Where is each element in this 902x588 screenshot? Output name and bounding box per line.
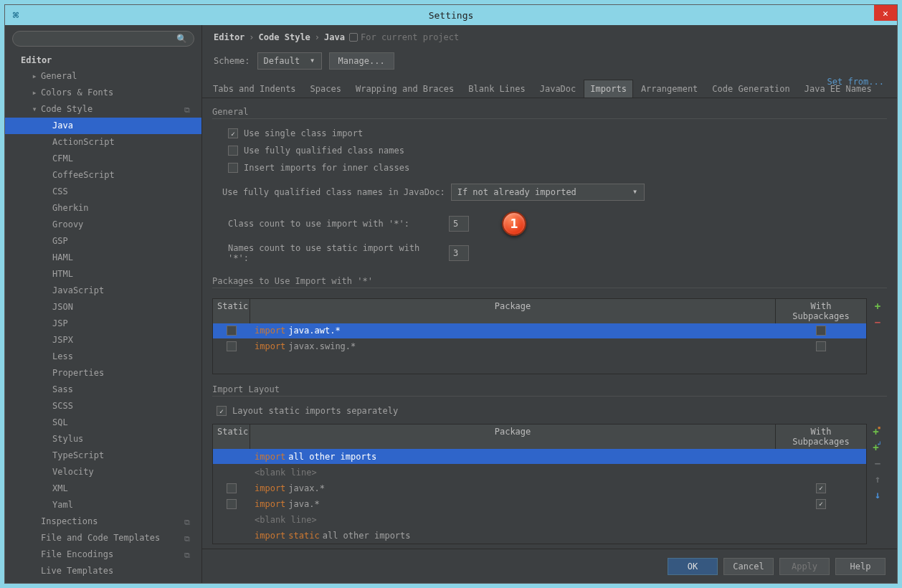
table-row[interactable]: import java.* — [213, 496, 866, 512]
app-logo-icon: ⌘ — [9, 9, 22, 22]
col-static: Static — [213, 299, 250, 323]
subpackages-checkbox[interactable] — [816, 499, 826, 509]
layout-table[interactable]: Static Package With Subpackages import a… — [212, 424, 867, 544]
subpackages-checkbox[interactable] — [816, 341, 826, 351]
sidebar-item-colors-fonts[interactable]: ▸Colors & Fonts — [5, 85, 201, 101]
ok-button[interactable]: OK — [668, 558, 718, 575]
sidebar-item-haml[interactable]: HAML — [5, 250, 201, 266]
add-package-button[interactable]: + — [871, 300, 884, 313]
sidebar-item-inspections[interactable]: Inspections⧉ — [5, 513, 201, 530]
sidebar-item-code-style[interactable]: ▾Code Style⧉ — [5, 101, 201, 118]
project-scope-icon: ⧉ — [184, 516, 190, 529]
tab-arrangement[interactable]: Arrangement — [635, 80, 704, 98]
sidebar-item-cfml[interactable]: CFML — [5, 151, 201, 167]
tab-javadoc[interactable]: JavaDoc — [533, 80, 583, 98]
sidebar-item-actionscript[interactable]: ActionScript — [5, 134, 201, 151]
sidebar-item-file-types[interactable]: File Types — [5, 579, 201, 583]
sidebar-item-stylus[interactable]: Stylus — [5, 431, 201, 447]
search-input[interactable] — [12, 31, 194, 47]
imports-pane: General Use single class import Use full… — [202, 98, 897, 549]
sidebar-item-gsp[interactable]: GSP — [5, 233, 201, 250]
sidebar-item-file-and-code-templates[interactable]: File and Code Templates⧉ — [5, 530, 201, 546]
table-row[interactable]: import all other imports — [213, 449, 866, 465]
settings-tree[interactable]: Editor ▸General▸Colors & Fonts▾Code Styl… — [5, 52, 201, 583]
label-layout-static-separately: Layout static imports separately — [232, 406, 398, 416]
sidebar-item-properties[interactable]: Properties — [5, 365, 201, 381]
apply-button[interactable]: Apply — [779, 558, 830, 575]
label-single-class-import: Use single class import — [244, 128, 363, 138]
class-count-field[interactable] — [449, 216, 469, 232]
sidebar-item-jspx[interactable]: JSPX — [5, 332, 201, 348]
manage-button[interactable]: Manage... — [329, 52, 394, 70]
help-button[interactable]: Help — [835, 558, 886, 575]
checkbox-fqcn[interactable] — [228, 146, 238, 156]
checkbox-layout-static-separately[interactable] — [217, 406, 227, 416]
remove-package-button[interactable]: − — [871, 316, 884, 328]
sidebar-item-less[interactable]: Less — [5, 348, 201, 365]
static-checkbox[interactable] — [227, 499, 237, 509]
checkbox-single-class-import[interactable] — [228, 128, 238, 138]
sidebar-item-yaml[interactable]: Yaml — [5, 497, 201, 513]
move-up-button[interactable]: ↑ — [871, 473, 884, 485]
sidebar-item-css[interactable]: CSS — [5, 184, 201, 200]
label-fqcn-javadoc: Use fully qualified class names in JavaD… — [222, 187, 445, 197]
sidebar-item-html[interactable]: HTML — [5, 266, 201, 283]
sidebar-item-live-templates[interactable]: Live Templates — [5, 563, 201, 579]
add-blank-line-button[interactable]: +↲ — [871, 441, 884, 454]
label-inner-classes: Insert imports for inner classes — [244, 163, 409, 173]
col-subpackages: With Subpackages — [776, 299, 866, 323]
tab-wrapping-and-braces[interactable]: Wrapping and Braces — [349, 80, 460, 98]
subpackages-checkbox[interactable] — [816, 326, 826, 336]
sidebar-item-xml[interactable]: XML — [5, 480, 201, 497]
remove-layout-button[interactable]: − — [871, 457, 884, 470]
tree-arrow-icon: ▸ — [31, 70, 38, 83]
tab-code-generation[interactable]: Code Generation — [706, 80, 796, 98]
table-row[interactable]: <blank line> — [213, 512, 866, 528]
static-checkbox[interactable] — [227, 326, 237, 336]
fqcn-javadoc-select[interactable]: If not already imported ▾ — [451, 184, 645, 201]
sidebar-item-scss[interactable]: SCSS — [5, 398, 201, 414]
sidebar-item-jsp[interactable]: JSP — [5, 316, 201, 332]
titlebar: ⌘ Settings ✕ — [5, 5, 897, 25]
sidebar-item-typescript[interactable]: TypeScript — [5, 447, 201, 464]
section-packages: Packages to Use Import with '*' — [212, 273, 887, 288]
checkbox-inner-classes[interactable] — [228, 163, 238, 173]
sidebar-item-groovy[interactable]: Groovy — [5, 217, 201, 233]
sidebar-item-coffeescript[interactable]: CoffeeScript — [5, 167, 201, 184]
chevron-down-icon: ▾ — [630, 186, 641, 198]
static-checkbox[interactable] — [227, 341, 237, 351]
add-layout-button[interactable]: +▪ — [871, 425, 884, 438]
table-row[interactable]: import static all other imports — [213, 528, 866, 544]
sidebar-item-sql[interactable]: SQL — [5, 414, 201, 431]
table-row[interactable]: import java.awt.* — [213, 323, 866, 339]
cancel-button[interactable]: Cancel — [723, 558, 774, 575]
move-down-button[interactable]: ↓ — [871, 488, 884, 501]
tab-tabs-and-indents[interactable]: Tabs and Indents — [206, 80, 303, 98]
table-row[interactable]: <blank line> — [213, 465, 866, 480]
table-row[interactable]: import javax.* — [213, 480, 866, 496]
names-count-field[interactable] — [449, 245, 469, 261]
scheme-select[interactable]: Default ▾ — [257, 52, 322, 70]
sidebar-item-gherkin[interactable]: Gherkin — [5, 200, 201, 217]
sidebar-item-javascript[interactable]: JavaScript — [5, 283, 201, 299]
sidebar-item-json[interactable]: JSON — [5, 299, 201, 316]
tree-arrow-icon: ▾ — [31, 103, 38, 116]
packages-table[interactable]: Static Package With Subpackages import j… — [212, 298, 867, 374]
scheme-label: Scheme: — [214, 56, 250, 66]
table-row[interactable]: import javax.swing.* — [213, 339, 866, 355]
tab-spaces[interactable]: Spaces — [304, 80, 348, 98]
static-checkbox[interactable] — [227, 483, 237, 493]
set-from-link[interactable]: Set from... — [827, 77, 884, 87]
subpackages-checkbox[interactable] — [816, 483, 826, 493]
sidebar-item-file-encodings[interactable]: File Encodings⧉ — [5, 546, 201, 563]
scope-icon — [349, 33, 358, 42]
sidebar: 🔍 Editor ▸General▸Colors & Fonts▾Code St… — [5, 25, 202, 583]
sidebar-item-velocity[interactable]: Velocity — [5, 464, 201, 480]
sidebar-item-sass[interactable]: Sass — [5, 381, 201, 398]
tab-imports[interactable]: Imports — [584, 80, 633, 98]
sidebar-item-java[interactable]: Java — [5, 118, 201, 134]
close-button[interactable]: ✕ — [874, 5, 897, 21]
tab-blank-lines[interactable]: Blank Lines — [462, 80, 531, 98]
sidebar-item-general[interactable]: ▸General — [5, 68, 201, 85]
project-scope-icon: ⧉ — [184, 103, 190, 117]
